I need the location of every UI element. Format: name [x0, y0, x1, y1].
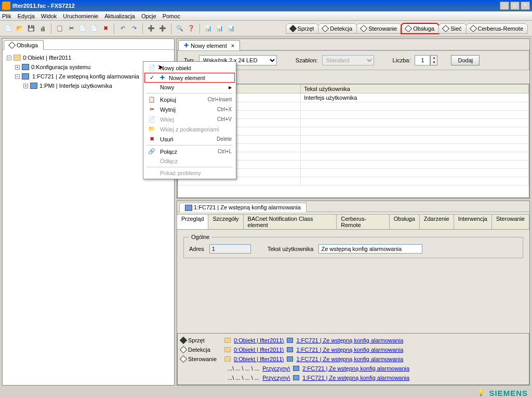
maximize-button[interactable]: □ — [510, 2, 520, 10]
close-button[interactable]: × — [521, 2, 530, 10]
bc-link[interactable]: 0:Obiekt | Ifter2011\ — [234, 356, 284, 362]
save-icon[interactable]: 💾 — [27, 24, 35, 33]
diamond-icon — [289, 24, 296, 32]
bc-link[interactable]: Przyczyny\ — [262, 375, 290, 381]
print-icon[interactable]: 🖨 — [38, 24, 47, 33]
expander-icon[interactable]: − — [7, 56, 11, 60]
dtab-bacnet[interactable]: BACnet Notification Class element — [243, 214, 337, 229]
node-icon — [287, 356, 293, 362]
node-icon — [287, 347, 293, 352]
bc-detekcja-row: Detekcja 0:Obiekt | Ifter2011\ 1:FC721 |… — [181, 345, 526, 354]
ctx-wklej: 📄WklejCtrl+V — [144, 114, 235, 124]
bc-link[interactable]: 0:Obiekt | Ifter2011\ — [234, 347, 284, 353]
bc-link[interactable]: 1:FC721 | Ze wstępną konfig alarmowania — [296, 347, 403, 353]
tool3-icon[interactable]: 📊 — [227, 24, 235, 33]
menu-pomoc[interactable]: Pomoc — [163, 13, 180, 19]
add-element-icon[interactable]: ➕ — [147, 24, 155, 33]
expander-icon[interactable]: − — [15, 74, 20, 79]
node-icon — [22, 64, 29, 70]
menu-opcje[interactable]: Opcje — [141, 13, 156, 19]
new-icon[interactable]: 📄 — [4, 24, 12, 33]
ctx-wytnij[interactable]: ✂WytnijCtrl+X — [144, 104, 235, 114]
th-tekst[interactable]: Tekst użytkownika — [301, 85, 529, 94]
tab-detekcja[interactable]: Detekcja — [318, 23, 357, 34]
folder-icon — [14, 55, 21, 61]
ctx-nowy-obiekt[interactable]: 📄Nowy obiekt — [144, 63, 235, 73]
ctx-polacz[interactable]: 🔗PołączCtrl+L — [144, 147, 235, 156]
ogolne-legend: Ogólne — [189, 234, 211, 240]
szablon-label: Szablon: — [296, 57, 318, 63]
dtab-przeglad[interactable]: Przegląd — [177, 214, 208, 229]
menu-widok[interactable]: Widok — [41, 13, 57, 19]
details-panel: 1:FC721 | Ze wstępną konfig alarmowania … — [177, 201, 530, 386]
app-icon — [2, 2, 10, 10]
tab-sterowanie[interactable]: Sterowanie — [356, 23, 402, 34]
dodaj-button[interactable]: Dodaj — [451, 55, 480, 65]
ctx-pokaz-problemy: Pokaż problemy — [144, 168, 235, 178]
tab-sprzet[interactable]: Sprzęt — [286, 23, 319, 34]
expander-icon[interactable]: + — [23, 84, 28, 88]
ctx-nowy-element[interactable]: ✓✚Nowy element — [144, 73, 235, 83]
right-tabs: Sprzęt Detekcja Sterowanie Obsługa Sieć … — [286, 23, 528, 34]
bc-link[interactable]: 2:FC721 | Ze wstępną konfig alarmowania — [302, 365, 409, 372]
delete-icon[interactable]: ✖ — [101, 24, 110, 33]
tab-obsluga[interactable]: Obsługa — [401, 23, 439, 34]
folder-icon — [224, 347, 231, 352]
adres-input — [209, 244, 251, 254]
dtab-szczegoly[interactable]: Szczegóły — [208, 214, 243, 229]
footer: 💡 SIEMENS — [477, 388, 528, 398]
tab-siec[interactable]: Sieć — [438, 23, 466, 34]
dtab-interwencja[interactable]: Interwencja — [454, 214, 492, 229]
node-icon — [30, 83, 37, 89]
menu-edycja[interactable]: Edycja — [18, 13, 35, 19]
detail-tabs: Przegląd Szczegóły BACnet Notification C… — [177, 212, 529, 230]
paste2-icon[interactable]: 📄 — [90, 24, 98, 33]
cut-icon[interactable]: ✂ — [67, 24, 75, 33]
node-icon — [293, 366, 299, 371]
dtab-sterowanie[interactable]: Sterowanie — [491, 214, 529, 229]
menu-aktualizacja[interactable]: Aktualizacja — [104, 13, 135, 19]
bc-przyczyny-row2: ...\ ... \ ... \ ... Przyczyny\ 1:FC721 … — [181, 373, 526, 382]
menu-uruchomienie[interactable]: Uruchomienie — [63, 13, 98, 19]
dtab-cerberus[interactable]: Cerberus-Remote — [336, 214, 390, 229]
bulb-icon: 💡 — [477, 390, 485, 396]
search-icon[interactable]: 🔍 — [176, 24, 184, 33]
tool1-icon[interactable]: 📊 — [204, 24, 212, 33]
undo-icon[interactable]: ↶ — [118, 24, 127, 33]
paste-icon[interactable]: 📄 — [78, 24, 87, 33]
menu-plik[interactable]: Plik — [2, 13, 11, 19]
minimize-button[interactable]: _ — [500, 2, 509, 10]
tab-close-icon[interactable]: ✕ — [231, 42, 235, 49]
dtab-obsluga[interactable]: Obsługa — [389, 214, 420, 229]
bc-link[interactable]: 1:FC721 | Ze wstępną konfig alarmowania — [296, 356, 403, 362]
open-icon[interactable]: 📂 — [16, 24, 24, 33]
ctx-nowy[interactable]: Nowy — [144, 83, 235, 92]
liczba-spinner[interactable]: ▲▼ — [415, 55, 437, 65]
sidebar-tab-obsluga[interactable]: Obsługa — [4, 40, 44, 50]
detail-title-tab[interactable]: 1:FC721 | Ze wstępną konfig alarmowania — [179, 203, 307, 212]
tekst-input[interactable] — [318, 244, 422, 254]
help-icon[interactable]: ❓ — [187, 24, 195, 33]
tool2-icon[interactable]: 📊 — [216, 24, 224, 33]
dtab-zdarzenie[interactable]: Zdarzenie — [419, 214, 454, 229]
expander-icon[interactable]: + — [15, 65, 20, 70]
bc-link[interactable]: 0:Obiekt | Ifter2011\ — [234, 337, 284, 343]
tab-cerberus[interactable]: Cerberus-Remote — [466, 23, 528, 34]
redo-icon[interactable]: ↷ — [130, 24, 138, 33]
ctx-usun[interactable]: ✖UsuńDelete — [144, 134, 235, 144]
liczba-input[interactable] — [415, 55, 430, 65]
title-bar: Ifter2011.fsc - FXS7212 _ □ × — [0, 0, 532, 11]
node-icon — [185, 205, 192, 211]
copy-icon[interactable]: 📋 — [56, 24, 64, 33]
node-icon — [287, 338, 293, 343]
ctx-kopiuj[interactable]: 📋KopiujCtrl+Insert — [144, 95, 235, 104]
bc-link[interactable]: 1:FC721 | Ze wstępną konfig alarmowania — [302, 375, 409, 381]
bc-link[interactable]: 1:FC721 | Ze wstępną konfig alarmowania — [296, 337, 403, 343]
diamond-icon — [322, 24, 329, 32]
ctx-odlacz: Odłącz — [144, 156, 235, 166]
bc-sterowanie-row: Sterowanie 0:Obiekt | Ifter2011\ 1:FC721… — [181, 354, 526, 364]
bc-link[interactable]: Przyczyny\ — [262, 365, 290, 372]
context-menu: 📄Nowy obiekt ✓✚Nowy element Nowy 📋Kopiuj… — [143, 61, 236, 179]
content-tab-nowy-element[interactable]: ✚ Nowy element ✕ — [178, 40, 240, 50]
add-element2-icon[interactable]: ➕ — [158, 24, 167, 33]
